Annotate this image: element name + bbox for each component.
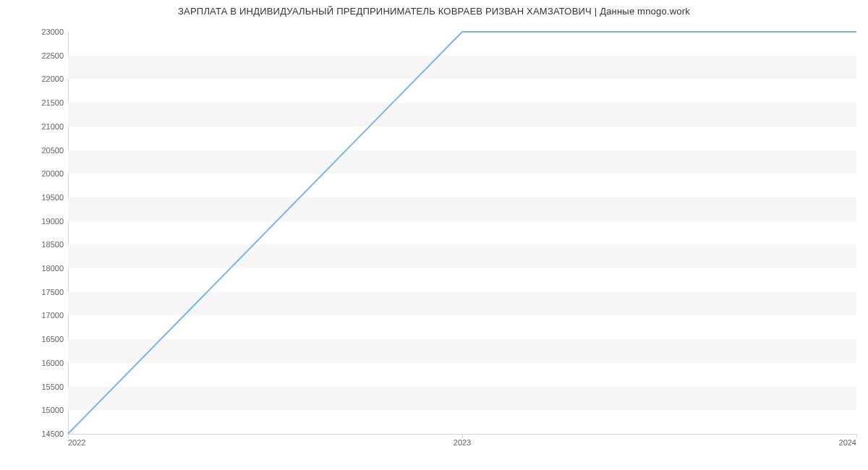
y-tick-label: 21500: [6, 98, 64, 107]
y-tick-label: 16000: [6, 359, 64, 367]
y-tick-label: 15000: [6, 406, 64, 414]
y-tick-label: 20000: [6, 169, 64, 178]
chart-container: ЗАРПЛАТА В ИНДИВИДУАЛЬНЫЙ ПРЕДПРИНИМАТЕЛ…: [0, 0, 868, 448]
y-tick-label: 22500: [6, 51, 64, 60]
y-tick-label: 23000: [6, 27, 64, 36]
y-tick-label: 21000: [6, 122, 64, 131]
y-tick-label: 19000: [6, 217, 64, 226]
x-tick-label: 2023: [454, 438, 471, 447]
x-tick-label: 2022: [68, 438, 85, 447]
series-line: [68, 32, 856, 434]
y-tick-label: 22000: [6, 74, 64, 83]
chart-title: ЗАРПЛАТА В ИНДИВИДУАЛЬНЫЙ ПРЕДПРИНИМАТЕЛ…: [0, 6, 868, 17]
plot-area[interactable]: [68, 32, 856, 435]
y-tick-label: 17000: [6, 311, 64, 320]
y-tick-label: 17500: [6, 288, 64, 296]
x-tick-label: 2024: [839, 438, 856, 447]
y-tick-label: 16500: [6, 335, 64, 343]
y-tick-label: 18500: [6, 240, 64, 249]
line-series: [68, 32, 856, 434]
y-tick-label: 18000: [6, 264, 64, 273]
x-tick: [856, 434, 857, 438]
y-tick-label: 19500: [6, 193, 64, 202]
y-tick-label: 15500: [6, 383, 64, 391]
y-tick-label: 20500: [6, 146, 64, 155]
y-tick-label: 14500: [6, 430, 64, 438]
